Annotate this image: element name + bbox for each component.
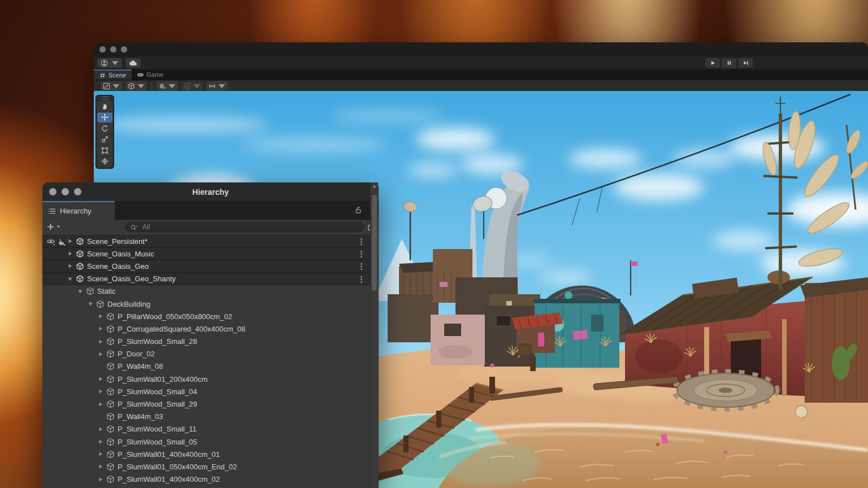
- zoom-button[interactable]: [74, 188, 81, 195]
- cloud-services-button[interactable]: [125, 58, 141, 68]
- disclosure-right-icon[interactable]: [97, 389, 105, 394]
- hierarchy-row[interactable]: P_SlumWood_Small_05: [42, 435, 379, 448]
- disclosure-right-icon[interactable]: [66, 238, 74, 244]
- overlay-drag-handle[interactable]: [96, 95, 114, 101]
- tab-hierarchy[interactable]: Hierarchy: [42, 201, 115, 220]
- search-input[interactable]: [141, 223, 359, 232]
- hierarchy-row[interactable]: P_SlumWall01_400x400cm_02: [42, 473, 379, 486]
- disclosure-down-icon[interactable]: [76, 289, 84, 294]
- hierarchy-row[interactable]: P_CorrugatedSquared_400x400cm_08: [42, 323, 379, 335]
- visibility-eye-icon[interactable]: [46, 238, 55, 246]
- row-kebab-menu-icon[interactable]: [360, 250, 363, 258]
- rect-tool[interactable]: [97, 145, 112, 156]
- hierarchy-toolbar: [42, 220, 379, 235]
- grid-axis-button[interactable]: [157, 81, 178, 90]
- gameobject-cube-icon: [106, 463, 115, 471]
- hierarchy-row[interactable]: P_Wall4m_08: [42, 360, 379, 373]
- hierarchy-row[interactable]: P_SlumWall01_400x400cm_01: [42, 448, 379, 460]
- hierarchy-row[interactable]: P_SlumWood_Small_28: [42, 336, 379, 348]
- disclosure-right-icon[interactable]: [97, 464, 105, 469]
- gizmo-cube-button[interactable]: [125, 81, 147, 90]
- row-kebab-menu-icon[interactable]: [360, 238, 363, 246]
- tab-game[interactable]: Game: [132, 69, 169, 80]
- disclosure-spacer: [97, 414, 105, 420]
- search-field[interactable]: [125, 222, 364, 232]
- unity-titlebar[interactable]: [94, 42, 868, 56]
- hierarchy-tab-bar: Hierarchy: [42, 201, 379, 220]
- tab-scene[interactable]: Scene: [94, 69, 132, 80]
- gameobject-cube-icon: [86, 287, 94, 295]
- disclosure-down-icon[interactable]: [86, 301, 94, 307]
- create-object-button[interactable]: [47, 223, 60, 230]
- row-kebab-menu-icon[interactable]: [360, 276, 363, 284]
- zoom-button[interactable]: [121, 46, 127, 53]
- hierarchy-row[interactable]: P_SlumWall01_200x400cm: [42, 373, 379, 385]
- hierarchy-row[interactable]: Static: [42, 285, 379, 298]
- disclosure-right-icon[interactable]: [97, 477, 105, 482]
- scale-tool[interactable]: [97, 134, 112, 145]
- grid-snap-button[interactable]: [181, 81, 203, 90]
- close-button[interactable]: [99, 46, 106, 53]
- pickability-hand-icon[interactable]: [57, 238, 66, 246]
- minimize-button[interactable]: [62, 188, 69, 195]
- disclosure-right-icon[interactable]: [97, 351, 105, 357]
- rotate-icon: [101, 125, 108, 132]
- hierarchy-row[interactable]: P_Wall4m_03: [42, 411, 379, 423]
- unlock-icon[interactable]: [355, 206, 362, 214]
- disclosure-right-icon[interactable]: [97, 339, 105, 345]
- disclosure-right-icon[interactable]: [97, 376, 105, 382]
- gameobject-cube-icon: [106, 475, 115, 483]
- disclosure-right-icon[interactable]: [97, 402, 105, 407]
- row-label: P_SlumWood_Small_29: [118, 400, 197, 408]
- hand-icon: [101, 103, 108, 110]
- hierarchy-row[interactable]: P_SlumWood_Small_11: [42, 423, 379, 435]
- hierarchy-row[interactable]: Scene_Oasis_Geo_Shanty: [42, 273, 379, 285]
- disclosure-down-icon[interactable]: [66, 276, 74, 282]
- cloud-icon: [129, 60, 137, 66]
- minimize-button[interactable]: [110, 46, 116, 53]
- disclosure-right-icon[interactable]: [97, 313, 105, 319]
- hierarchy-titlebar[interactable]: Hierarchy: [42, 182, 379, 201]
- hierarchy-row[interactable]: P_SlumWood_Small_04: [42, 385, 379, 398]
- hierarchy-row[interactable]: P_SlumWall01_050x400cm_End_02: [42, 460, 379, 473]
- row-label: P_PillarWood_050x050x800cm_02: [118, 312, 232, 321]
- hierarchy-row[interactable]: DeckBuilding: [42, 298, 379, 310]
- view-tool[interactable]: [97, 101, 112, 112]
- step-button[interactable]: [738, 58, 753, 68]
- window-controls: [49, 188, 81, 195]
- gameobject-cube-icon: [106, 312, 115, 321]
- row-label: P_Door_02: [118, 350, 155, 358]
- play-button[interactable]: [705, 58, 720, 68]
- scene-icon: [76, 250, 84, 258]
- disclosure-spacer: [97, 364, 105, 369]
- disclosure-right-icon[interactable]: [97, 426, 105, 432]
- scroll-up-icon[interactable]: [372, 184, 377, 189]
- hierarchy-row[interactable]: Scene_Oasis_Geo: [42, 260, 379, 272]
- hierarchy-row[interactable]: P_PillarWood_050x050x800cm_02: [42, 310, 379, 323]
- move-tool[interactable]: [97, 112, 112, 123]
- disclosure-right-icon[interactable]: [66, 263, 74, 269]
- account-button[interactable]: [97, 58, 122, 68]
- disclosure-right-icon[interactable]: [97, 326, 105, 332]
- transform-tool[interactable]: [97, 156, 112, 167]
- snap-increment-button[interactable]: [206, 81, 228, 90]
- hierarchy-row[interactable]: Scene_Oasis_Music: [42, 247, 379, 260]
- pause-button[interactable]: [722, 58, 736, 68]
- scrollbar[interactable]: [370, 182, 378, 488]
- disclosure-right-icon[interactable]: [97, 439, 105, 445]
- rotate-tool[interactable]: [97, 123, 112, 134]
- hierarchy-row[interactable]: P_SlumWood_Small_29: [42, 398, 379, 410]
- scrollbar-thumb[interactable]: [372, 195, 377, 291]
- scene-icon: [76, 274, 84, 283]
- disclosure-right-icon[interactable]: [66, 251, 74, 256]
- hierarchy-row[interactable]: P_Door_02: [42, 348, 379, 360]
- gameobject-cube-icon: [106, 375, 115, 384]
- row-kebab-menu-icon[interactable]: [360, 263, 363, 271]
- disclosure-right-icon[interactable]: [97, 451, 105, 457]
- plus-icon: [47, 223, 54, 230]
- close-button[interactable]: [49, 188, 57, 195]
- hierarchy-row[interactable]: Scene_Persistent*: [42, 235, 379, 247]
- hierarchy-row[interactable]: P_SlumWall01_200x400cm_03: [42, 486, 379, 488]
- tool-settings-button[interactable]: [101, 81, 122, 90]
- gameobject-cube-icon: [106, 438, 115, 446]
